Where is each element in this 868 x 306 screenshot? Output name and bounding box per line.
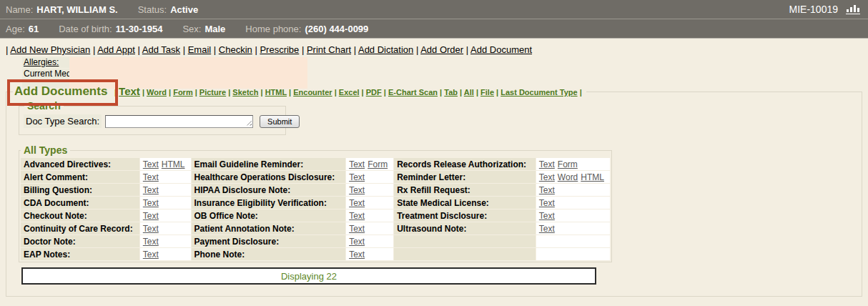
doc-link-hipaa-disclosure-note-text[interactable]: Text — [349, 185, 365, 195]
doc-link-rx-refill-request-text[interactable]: Text — [539, 185, 555, 195]
submit-button[interactable]: Submit — [260, 115, 300, 128]
doc-link-state-medical-license-text[interactable]: Text — [539, 198, 555, 208]
table-row: Doctor Note:TextPayment Disclosure:Text — [21, 235, 610, 247]
nav-link-email[interactable]: Email — [188, 44, 212, 55]
doc-link-advanced-directives-html[interactable]: HTML — [162, 159, 185, 169]
doc-type-label: Rx Refill Request: — [394, 184, 536, 196]
doc-link-continuity-of-care-record-text[interactable]: Text — [143, 224, 159, 234]
doc-type-search-input[interactable] — [105, 115, 253, 128]
nav-link-add-document[interactable]: Add Document — [470, 44, 532, 55]
sex-label: Sex: — [182, 24, 201, 34]
doc-type-tab-encounter[interactable]: Encounter — [293, 88, 332, 97]
doc-type-tab-tab[interactable]: Tab — [444, 88, 458, 97]
doc-link-email-guideline-reminder-text[interactable]: Text — [349, 159, 365, 169]
doc-type-links-cell: Text — [536, 197, 610, 209]
doc-type-tab-last-document-type[interactable]: Last Document Type — [500, 88, 577, 97]
doc-type-tab-all[interactable]: All — [464, 88, 474, 97]
doc-type-search-label: Doc Type Search: — [24, 114, 102, 128]
doc-type-tab-file[interactable]: File — [480, 88, 494, 97]
doc-types-table: Advanced Directives:TextHTMLEmail Guidel… — [20, 157, 611, 261]
doc-link-payment-disclosure-text[interactable]: Text — [349, 237, 365, 247]
doc-link-ob-office-note-text[interactable]: Text — [349, 211, 365, 221]
doc-link-cda-document-text[interactable]: Text — [143, 198, 159, 208]
doc-type-links-cell: Text — [346, 209, 393, 222]
table-row: Billing Question:TextHIPAA Disclosure No… — [21, 184, 610, 196]
doc-type-tab-pdf[interactable]: PDF — [366, 88, 382, 97]
table-row: Alert Comment:TextHealthcare Operations … — [21, 171, 610, 183]
displaying-count-box: Displaying 22 — [21, 267, 596, 285]
doc-link-reminder-letter-word[interactable]: Word — [558, 172, 578, 182]
doc-link-eap-notes-text[interactable]: Text — [143, 250, 159, 260]
doc-type-label: OB Office Note: — [192, 209, 346, 222]
current-meds-row: Current Meds: — [22, 69, 69, 79]
doc-link-doctor-note-text[interactable]: Text — [143, 237, 159, 247]
doc-type-tab-html[interactable]: HTML — [265, 88, 287, 97]
doc-type-links-cell: Text — [140, 197, 191, 209]
doc-type-tab-sketch[interactable]: Sketch — [232, 88, 258, 97]
all-types-section-title: All Types — [21, 144, 70, 156]
age-label: Age: — [6, 24, 25, 34]
doc-type-label: EAP Notes: — [21, 248, 139, 260]
status-label: Status: — [138, 4, 167, 15]
doc-type-tab-excel[interactable]: Excel — [339, 88, 360, 97]
doc-type-label: Reminder Letter: — [394, 171, 536, 183]
nav-link-add-appt[interactable]: Add Appt — [97, 44, 135, 55]
doc-type-links-cell: Text — [346, 184, 393, 196]
nav-link-prescribe[interactable]: Prescribe — [260, 44, 299, 55]
table-row: Continuity of Care Record:TextPatient An… — [21, 222, 610, 235]
doc-type-label — [394, 235, 536, 247]
doc-type-tab-text[interactable]: Text — [119, 85, 140, 97]
chart-id: MIE-10019 — [789, 4, 838, 15]
doc-link-advanced-directives-text[interactable]: Text — [143, 159, 159, 169]
doc-type-tab-word[interactable]: Word — [147, 88, 167, 97]
doc-link-billing-question-text[interactable]: Text — [143, 185, 159, 195]
doc-type-links-cell: TextForm — [536, 158, 610, 170]
nav-link-add-task[interactable]: Add Task — [142, 44, 180, 55]
doc-type-label: Ultrasound Note: — [394, 222, 536, 235]
doc-type-label: Checkout Note: — [21, 209, 139, 222]
doc-type-tab-e-chart-scan[interactable]: E-Chart Scan — [388, 88, 438, 97]
nav-link-checkin[interactable]: Checkin — [219, 44, 252, 55]
add-documents-legend: Add Documents | Text | Word | Form | Pic… — [13, 84, 586, 99]
doc-link-reminder-letter-text[interactable]: Text — [539, 172, 555, 182]
doc-link-phone-note-text[interactable]: Text — [349, 250, 365, 260]
doc-link-alert-comment-text[interactable]: Text — [143, 172, 159, 182]
doc-type-links-cell: Text — [536, 209, 610, 222]
patient-name: HART, WILLIAM S. — [36, 4, 117, 15]
doc-type-label: HIPAA Disclosure Note: — [192, 184, 346, 196]
doc-type-links-cell: TextHTML — [140, 158, 191, 170]
doc-type-label: Doctor Note: — [21, 235, 139, 247]
doc-link-records-release-authorization-text[interactable]: Text — [539, 159, 555, 169]
doc-link-healthcare-operations-disclosure-text[interactable]: Text — [349, 172, 365, 182]
name-label: Name: — [6, 4, 33, 15]
doc-type-label: Continuity of Care Record: — [21, 222, 139, 235]
dob-label: Date of birth: — [59, 24, 112, 34]
doc-link-ultrasound-note-text[interactable]: Text — [539, 224, 555, 234]
doc-type-links-cell: Text — [140, 209, 191, 222]
nav-link-add-new-physician[interactable]: Add New Physician — [10, 44, 90, 55]
allergies-link[interactable]: Allergies: — [24, 57, 59, 67]
doc-link-reminder-letter-html[interactable]: HTML — [581, 172, 604, 182]
nav-link-add-order[interactable]: Add Order — [420, 44, 463, 55]
doc-type-links-cell: Text — [140, 222, 191, 235]
doc-link-email-guideline-reminder-form[interactable]: Form — [368, 159, 388, 169]
doc-type-label: Treatment Disclosure: — [394, 209, 536, 222]
doc-link-checkout-note-text[interactable]: Text — [143, 211, 159, 221]
age-value: 61 — [29, 24, 39, 34]
doc-link-patient-annotation-note-text[interactable]: Text — [349, 224, 365, 234]
doc-link-treatment-disclosure-text[interactable]: Text — [539, 211, 555, 221]
nav-link-add-dictation[interactable]: Add Dictation — [358, 44, 413, 55]
doc-type-links-cell: Text — [140, 184, 191, 196]
doc-link-records-release-authorization-form[interactable]: Form — [558, 159, 578, 169]
doc-type-label: Advanced Directives: — [21, 158, 139, 170]
doc-type-tab-picture[interactable]: Picture — [199, 88, 226, 97]
doc-link-insurance-eligibility-verification-text[interactable]: Text — [349, 198, 365, 208]
bar-chart-icon[interactable] — [845, 3, 861, 16]
doc-type-tab-form[interactable]: Form — [173, 88, 193, 97]
doc-type-label: Insurance Eligibility Verification: — [192, 197, 346, 209]
phone-label: Home phone: — [245, 24, 301, 34]
table-row: Advanced Directives:TextHTMLEmail Guidel… — [21, 158, 610, 170]
demographics-bar: Age: 61 Date of birth: 11-30-1954 Sex: M… — [0, 19, 868, 39]
nav-link-print-chart[interactable]: Print Chart — [307, 44, 351, 55]
doc-type-links-cell: Text — [346, 248, 393, 260]
